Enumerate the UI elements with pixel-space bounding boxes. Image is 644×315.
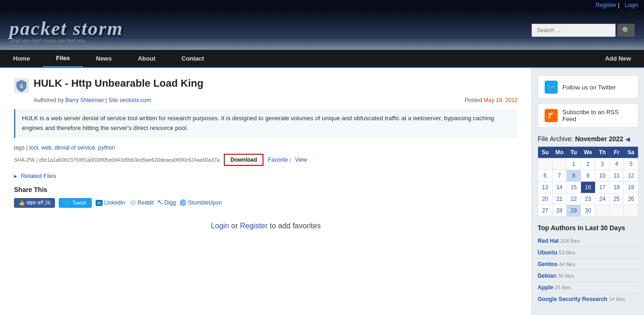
calendar-day[interactable]: 8 [567,170,581,182]
calendar-day-link[interactable]: 17 [599,184,605,191]
download-button[interactable]: Download [224,154,263,166]
calendar-day-link[interactable]: 28 [556,207,562,214]
calendar-day[interactable]: 13 [538,182,553,193]
tag-web[interactable]: web [42,144,52,151]
calendar-day-link[interactable]: 11 [614,172,620,179]
calendar-day-link[interactable]: 13 [542,184,548,191]
date-link[interactable]: May 18, 2012 [484,97,518,103]
author-link[interactable]: Ubuntu [538,249,557,256]
calendar-day-link[interactable]: 6 [544,172,547,179]
login-link[interactable]: Login [625,2,638,8]
calendar-day-link[interactable]: 5 [630,161,633,167]
calendar-day[interactable]: 28 [552,205,567,217]
calendar-day[interactable]: 29 [567,205,581,217]
author-link[interactable]: Gentoo [538,261,557,267]
calendar-day-link[interactable]: 9 [587,172,590,179]
calendar-day[interactable]: 24 [595,193,609,205]
stumbleupon-link[interactable]: 🌀 StumbleUpon [180,199,222,206]
author-link[interactable]: Barry Shteiman [65,97,104,103]
cal-header-we: We [581,147,596,158]
rss-link[interactable]: Subscribe to an RSS Feed [562,109,631,123]
calendar-day[interactable]: 1 [567,158,581,170]
reddit-link[interactable]: ⚪ Reddit [129,199,154,206]
calendar-day-link[interactable]: 27 [542,207,548,214]
digg-link[interactable]: ⛏ Digg [157,199,176,206]
calendar-day[interactable]: 11 [609,170,624,182]
search-input[interactable] [532,24,616,37]
calendar-day-link[interactable]: 1 [572,161,575,167]
calendar-day[interactable]: 16 [581,182,596,193]
calendar-day[interactable]: 17 [595,182,609,193]
calendar-day-link[interactable]: 23 [585,196,591,202]
favorite-link[interactable]: Favorite [268,157,288,163]
calendar-day-link[interactable]: 2 [587,161,590,167]
calendar-day[interactable]: 26 [624,193,638,205]
calendar-day-link[interactable]: 21 [556,196,562,202]
calendar-day[interactable]: 3 [595,158,609,170]
register-link[interactable]: Register [596,2,616,8]
calendar-day[interactable]: 12 [624,170,638,182]
calendar-day-link[interactable]: 29 [571,207,577,214]
calendar-day-link[interactable]: 24 [599,196,605,202]
calendar-day-link[interactable]: 4 [615,161,618,167]
view-link[interactable]: View [295,157,307,163]
tag-tool[interactable]: tool [29,144,38,151]
calendar-day[interactable]: 19 [624,182,638,193]
login-action-link[interactable]: Login [211,222,229,230]
calendar-day-link[interactable]: 15 [571,184,577,191]
author-link[interactable]: Google Security Research [538,296,607,302]
calendar-day[interactable]: 5 [624,158,638,170]
author-count: 44 files [559,261,575,267]
calendar-day[interactable]: 25 [609,193,624,205]
calendar-day-link[interactable]: 19 [628,184,634,191]
related-files-link[interactable]: Related Files [21,172,56,179]
nav-news[interactable]: News [83,50,125,67]
calendar-day-link[interactable]: 3 [601,161,604,167]
calendar-day-link[interactable]: 20 [542,196,548,202]
nav-files[interactable]: Files [43,50,83,67]
archive-nav-prev[interactable]: ◀ [625,136,630,143]
calendar-day[interactable]: 9 [581,170,596,182]
calendar-day[interactable]: 15 [567,182,581,193]
calendar-day[interactable]: 21 [552,193,567,205]
register-action-link[interactable]: Register [240,222,268,230]
calendar-day-link[interactable]: 10 [599,172,605,179]
search-button[interactable]: 🔍 [617,24,635,37]
calendar-day[interactable]: 2 [581,158,596,170]
calendar-day[interactable]: 7 [552,170,567,182]
facebook-like-button[interactable]: 👍 बाइक करें 26 [14,198,55,208]
calendar-day[interactable]: 10 [595,170,609,182]
calendar-day-link[interactable]: 18 [614,184,620,191]
calendar-day[interactable]: 4 [609,158,624,170]
calendar-day[interactable]: 20 [538,193,553,205]
calendar-day-link[interactable]: 12 [628,172,634,179]
author-link[interactable]: Debian [538,273,556,279]
calendar-day-link[interactable]: 30 [585,207,591,214]
linkedin-link[interactable]: in LinkedIn [96,199,125,206]
nav-contact[interactable]: Contact [168,50,217,67]
tags-line: tags | tool, web, denial of service, pyt… [14,144,518,151]
calendar-day[interactable]: 18 [609,182,624,193]
tweet-button[interactable]: 🐦 Tweet [59,198,91,208]
calendar-day[interactable]: 27 [538,205,553,217]
nav-about[interactable]: About [125,50,169,67]
twitter-link[interactable]: Follow us on Twitter [562,84,616,91]
calendar-day[interactable]: 23 [581,193,596,205]
author-link[interactable]: Apple [538,284,553,291]
calendar-day[interactable]: 6 [538,170,553,182]
author-link[interactable]: Red Hat [538,238,559,244]
calendar-day-link[interactable]: 8 [572,172,575,179]
calendar-day-link[interactable]: 7 [558,172,561,179]
calendar-day-link[interactable]: 14 [556,184,562,191]
nav-addnew[interactable]: Add New [592,50,644,67]
calendar-day[interactable]: 22 [567,193,581,205]
calendar-day-link[interactable]: 25 [614,196,620,202]
calendar-day-link[interactable]: 26 [628,196,634,202]
tag-denial[interactable]: denial of service [55,144,95,151]
tag-python[interactable]: python [98,144,115,151]
site-link[interactable]: sectorix.com [120,97,151,103]
calendar-day[interactable]: 30 [581,205,596,217]
calendar-day-link[interactable]: 22 [571,196,577,202]
calendar-day[interactable]: 14 [552,182,567,193]
nav-home[interactable]: Home [0,50,43,67]
